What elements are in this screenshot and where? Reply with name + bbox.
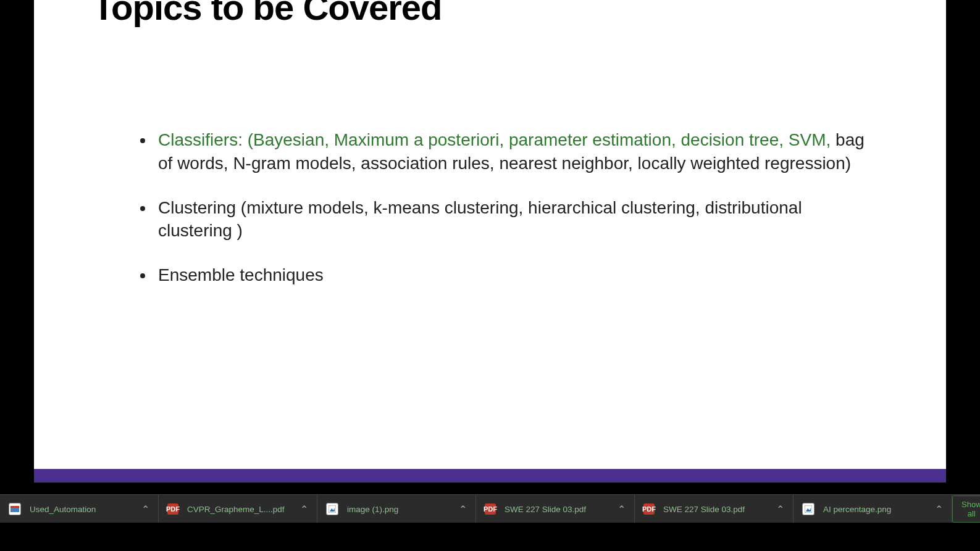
image-icon [326, 503, 338, 515]
slide-canvas: Topics to be Covered Classifiers: (Bayes… [34, 0, 946, 481]
slide-bullet-list: Classifiers: (Bayesian, Maximum a poster… [130, 128, 871, 308]
download-item-5[interactable]: PDF SWE 227 Slide 03.pdf ⌃ [635, 495, 794, 523]
show-all-button[interactable]: Show all [952, 495, 980, 523]
download-item-1[interactable]: Used_Automation ⌃ [0, 495, 159, 523]
download-label: CVPR_Grapheme_L....pdf [187, 505, 297, 514]
slide-footer-band [34, 469, 946, 483]
download-label: SWE 227 Slide 03.pdf [663, 505, 773, 514]
chevron-up-icon[interactable]: ⌃ [297, 503, 311, 515]
pdf-icon: PDF [167, 503, 178, 515]
bullet-ensemble: Ensemble techniques [154, 263, 871, 287]
bullet-classifiers-highlight: Classifiers: (Bayesian, Maximum a poster… [158, 130, 836, 149]
chevron-up-icon[interactable]: ⌃ [456, 503, 469, 515]
svg-rect-1 [10, 506, 19, 508]
download-item-6[interactable]: AI percentage.png ⌃ [794, 495, 952, 523]
download-label: SWE 227 Slide 03.pdf [505, 505, 614, 514]
slide-title: Topics to be Covered [93, 0, 442, 28]
app-stage: Topics to be Covered Classifiers: (Bayes… [0, 0, 980, 551]
pdf-icon: PDF [643, 503, 655, 515]
downloads-bar: Used_Automation ⌃ PDF CVPR_Grapheme_L...… [0, 494, 980, 523]
chevron-up-icon[interactable]: ⌃ [773, 503, 787, 515]
chevron-up-icon[interactable]: ⌃ [138, 503, 152, 515]
download-label: image (1).png [347, 505, 456, 514]
image-icon [802, 503, 815, 515]
bottom-black-strip [0, 523, 980, 551]
chevron-up-icon[interactable]: ⌃ [932, 503, 945, 515]
pdf-icon: PDF [485, 503, 496, 515]
download-item-2[interactable]: PDF CVPR_Grapheme_L....pdf ⌃ [159, 495, 317, 523]
download-item-4[interactable]: PDF SWE 227 Slide 03.pdf ⌃ [476, 495, 635, 523]
download-label: Used_Automation [30, 505, 138, 514]
downloads-bar-right: Show all ✕ [952, 495, 980, 523]
download-item-3[interactable]: image (1).png ⌃ [317, 495, 476, 523]
bullet-clustering: Clustering (mixture models, k-means clus… [154, 196, 871, 243]
bottom-region: Used_Automation ⌃ PDF CVPR_Grapheme_L...… [0, 494, 980, 551]
chevron-up-icon[interactable]: ⌃ [614, 503, 628, 515]
file-icon [9, 503, 21, 515]
bullet-classifiers: Classifiers: (Bayesian, Maximum a poster… [154, 128, 871, 175]
download-label: AI percentage.png [823, 505, 932, 514]
